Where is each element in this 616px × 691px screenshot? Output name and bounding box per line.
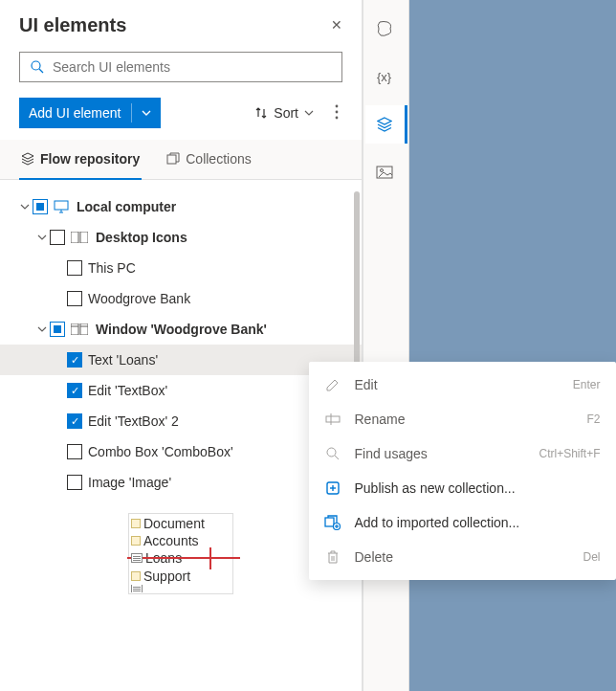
ui-elements-panel: UI elements ✕ Add UI element Sort <box>0 0 363 691</box>
context-menu-delete[interactable]: Delete Del <box>309 540 616 574</box>
tree-node-text-loans[interactable]: Text 'Loans' <box>0 345 362 375</box>
checkbox[interactable] <box>50 322 65 337</box>
tree-node-edit-textbox-2[interactable]: Edit 'TextBox' 2 <box>0 406 362 436</box>
more-button[interactable] <box>327 100 346 126</box>
more-vertical-icon <box>335 104 339 120</box>
tree-label: Image 'Image' <box>88 475 171 490</box>
checkbox[interactable] <box>67 383 82 398</box>
add-button-label: Add UI element <box>19 105 131 121</box>
svg-rect-9 <box>71 323 78 335</box>
edit-icon <box>324 377 341 392</box>
search-icon <box>30 59 45 75</box>
checkbox[interactable] <box>50 230 65 245</box>
search-input[interactable] <box>19 52 342 82</box>
search-icon <box>324 446 341 461</box>
context-menu-publish-collection[interactable]: Publish as new collection... <box>309 471 616 505</box>
checkbox[interactable] <box>67 444 82 459</box>
chevron-down-icon[interactable] <box>34 233 50 242</box>
tree-label: Desktop Icons <box>96 230 187 245</box>
sort-label: Sort <box>274 105 298 121</box>
tree-node-window-woodgrove[interactable]: Window 'Woodgrove Bank' <box>0 314 362 345</box>
tree-label: Edit 'TextBox' <box>88 383 167 398</box>
svg-point-15 <box>381 169 384 172</box>
svg-rect-6 <box>55 201 68 210</box>
delete-icon <box>324 549 341 565</box>
chevron-down-icon[interactable] <box>132 105 161 121</box>
svg-point-3 <box>336 110 339 113</box>
svg-rect-7 <box>71 232 78 243</box>
context-menu-find-usages[interactable]: Find usages Ctrl+Shift+F <box>309 436 616 471</box>
desktop-icon <box>71 232 88 243</box>
svg-rect-8 <box>80 232 88 243</box>
toolstrip-images-icon[interactable] <box>365 153 407 191</box>
checkbox[interactable] <box>67 413 82 429</box>
svg-line-19 <box>335 456 339 459</box>
tree-node-local-computer[interactable]: Local computer <box>0 191 362 222</box>
tree-label: Window 'Woodgrove Bank' <box>96 322 267 337</box>
sort-icon <box>254 106 268 120</box>
rename-icon <box>324 412 341 426</box>
sort-button[interactable]: Sort <box>249 101 319 124</box>
tree-label: Edit 'TextBox' 2 <box>88 413 179 429</box>
chevron-down-icon[interactable] <box>34 324 50 334</box>
checkbox[interactable] <box>67 291 82 306</box>
svg-text:{x}: {x} <box>377 70 392 84</box>
tree-label: Woodgrove Bank <box>88 291 190 306</box>
svg-rect-16 <box>326 416 340 422</box>
add-ui-element-button[interactable]: Add UI element <box>19 98 161 128</box>
tree-label: This PC <box>88 260 136 276</box>
svg-point-0 <box>32 61 40 70</box>
window-icon <box>71 323 88 335</box>
tree-node-woodgrove-bank[interactable]: Woodgrove Bank <box>0 283 362 314</box>
element-preview: Document Accounts Loans Support <box>0 498 362 613</box>
tree-node-this-pc[interactable]: This PC <box>0 253 362 283</box>
svg-line-1 <box>39 69 43 73</box>
tree-node-edit-textbox[interactable]: Edit 'TextBox' <box>0 375 362 406</box>
svg-rect-23 <box>325 518 334 526</box>
toolstrip-copilot-icon[interactable] <box>365 10 407 48</box>
tab-flow-repository[interactable]: Flow repository <box>19 140 142 180</box>
tree-label: Text 'Loans' <box>88 352 158 368</box>
tree-node-desktop-icons[interactable]: Desktop Icons <box>0 222 362 253</box>
designer-canvas-background <box>409 0 616 691</box>
chevron-down-icon <box>304 108 314 118</box>
close-icon[interactable]: ✕ <box>327 13 346 36</box>
context-menu-add-to-imported[interactable]: Add to imported collection... <box>309 505 616 540</box>
checkbox[interactable] <box>67 352 82 368</box>
chevron-down-icon[interactable] <box>17 202 33 212</box>
tree-label: Combo Box 'ComboBox' <box>88 444 233 459</box>
context-menu: Edit Enter Rename F2 Find usages Ctrl+Sh… <box>309 362 616 580</box>
monitor-icon <box>54 200 69 213</box>
right-toolstrip: {x} <box>363 0 409 691</box>
context-menu-edit[interactable]: Edit Enter <box>309 368 616 402</box>
checkbox[interactable] <box>67 475 82 490</box>
svg-rect-11 <box>80 323 88 335</box>
tab-label: Collections <box>186 151 251 167</box>
page-title: UI elements <box>19 14 126 36</box>
svg-rect-5 <box>167 155 176 164</box>
tree-node-combobox[interactable]: Combo Box 'ComboBox' <box>0 436 362 467</box>
toolstrip-variables-icon[interactable]: {x} <box>365 57 407 96</box>
checkbox[interactable] <box>33 199 48 214</box>
tab-collections[interactable]: Collections <box>165 140 253 180</box>
collections-icon <box>166 152 180 166</box>
toolstrip-ui-elements-icon[interactable] <box>365 105 407 144</box>
tree-view: Local computer Desktop Icons This PC Woo… <box>0 180 362 691</box>
publish-icon <box>324 480 341 496</box>
tree-label: Local computer <box>77 199 176 214</box>
checkbox[interactable] <box>67 260 82 276</box>
context-menu-rename[interactable]: Rename F2 <box>309 402 616 436</box>
layers-icon <box>21 152 34 166</box>
svg-point-4 <box>336 116 339 119</box>
svg-point-2 <box>336 104 339 107</box>
svg-point-18 <box>327 448 336 457</box>
add-collection-icon <box>324 515 341 530</box>
tab-label: Flow repository <box>40 151 140 167</box>
search-field[interactable] <box>53 59 332 75</box>
tree-node-image[interactable]: Image 'Image' <box>0 467 362 498</box>
